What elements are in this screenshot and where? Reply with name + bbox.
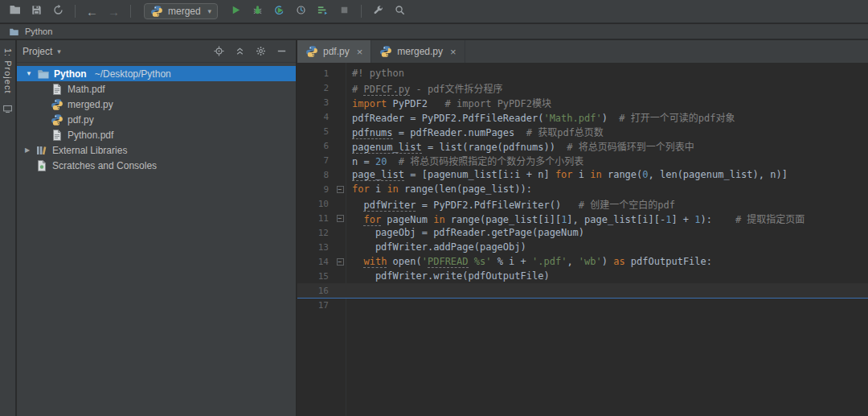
line-number[interactable]: 3 xyxy=(297,97,334,108)
run-button[interactable] xyxy=(226,2,246,21)
tree-item-math-pdf[interactable]: Math.pdf xyxy=(17,81,296,97)
left-tool-strip: 1: Project xyxy=(0,40,16,416)
code-text: for pageNum in range(page_list[i][1], pa… xyxy=(346,212,868,225)
settings-button[interactable] xyxy=(368,2,388,21)
code-line-7[interactable]: 7n = 20 # 将总页码按照指定的个数分为多个小列表 xyxy=(297,153,868,167)
line-number[interactable]: 6 xyxy=(297,141,334,151)
code-line-11[interactable]: 11− for pageNum in range(page_list[i][1]… xyxy=(297,211,868,225)
back-button[interactable]: ← xyxy=(82,2,102,21)
line-number[interactable]: 11 xyxy=(297,213,334,224)
hide-panel-button[interactable] xyxy=(272,43,290,60)
code-line-8[interactable]: 8page_list = [pagenum_list[i:i + n] for … xyxy=(297,167,868,182)
line-number[interactable]: 2 xyxy=(297,83,334,93)
code-line-16[interactable]: 16 xyxy=(297,283,868,298)
code-line-3[interactable]: 3import PyPDF2 # import PyPDF2模块 xyxy=(297,95,868,109)
tool-window-tab-project[interactable]: 1: Project xyxy=(3,48,13,93)
code-line-17[interactable]: 17 xyxy=(297,298,868,312)
py-file-icon xyxy=(51,113,63,126)
tool-window-icon[interactable] xyxy=(2,103,13,117)
code-text: import PyPDF2 # import PyPDF2模块 xyxy=(346,96,868,109)
code-line-13[interactable]: 13 pdfWriter.addPage(pageObj) xyxy=(297,240,868,254)
code-lines: 1#! python2# PDFCF.py - pdf文件拆分程序3import… xyxy=(297,66,868,312)
folder-icon xyxy=(7,25,20,38)
python-icon xyxy=(150,5,163,18)
pycharm-window: ← → merged ▾ Python 1: Project Project ▾ xyxy=(0,0,868,416)
folder-icon xyxy=(37,68,50,80)
search-button[interactable] xyxy=(390,2,410,21)
collapse-all-button[interactable] xyxy=(231,43,248,60)
tree-item-pdf-py[interactable]: pdf.py xyxy=(17,112,296,127)
line-number[interactable]: 5 xyxy=(297,126,334,137)
project-panel-title[interactable]: Project xyxy=(23,46,52,57)
forward-arrow-icon: → xyxy=(108,6,120,18)
code-line-2[interactable]: 2# PDFCF.py - pdf文件拆分程序 xyxy=(297,80,868,95)
code-line-14[interactable]: 14− with open('PDFREAD %s' % i + '.pdf',… xyxy=(297,254,868,269)
chevron-down-icon: ▾ xyxy=(57,47,61,56)
tab-label: merged.py xyxy=(397,46,443,57)
editor-tab-bar: pdf.py × merged.py × xyxy=(297,40,868,63)
gear-icon[interactable] xyxy=(252,43,269,60)
tree-item-merged-py[interactable]: merged.py xyxy=(17,97,296,112)
save-button[interactable] xyxy=(27,2,47,21)
line-number[interactable]: 12 xyxy=(297,228,334,238)
py-file-icon xyxy=(51,98,63,111)
chevron-expanded-icon[interactable]: ▼ xyxy=(25,70,33,77)
breadcrumb-item[interactable]: Python xyxy=(25,27,52,36)
tree-item-label: Python.pdf xyxy=(68,130,113,141)
code-line-4[interactable]: 4pdfReader = PyPDF2.PdfFileReader('Math.… xyxy=(297,109,868,124)
main-toolbar: ← → merged ▾ xyxy=(0,0,868,23)
fold-marker-icon[interactable]: − xyxy=(334,215,346,222)
profiler-button[interactable] xyxy=(291,2,311,21)
toolbar-separator xyxy=(75,5,76,18)
line-number[interactable]: 7 xyxy=(297,155,334,166)
line-number[interactable]: 8 xyxy=(297,170,334,180)
run-config-label: merged xyxy=(168,6,201,17)
close-tab-icon[interactable]: × xyxy=(450,47,457,57)
fold-marker-icon[interactable]: − xyxy=(334,186,346,193)
concurrency-button[interactable] xyxy=(313,2,333,21)
coverage-button[interactable] xyxy=(269,2,289,21)
open-button[interactable] xyxy=(5,2,25,21)
tree-item-external-libraries[interactable]: ▶External Libraries xyxy=(17,142,296,158)
locate-file-button[interactable] xyxy=(210,43,227,60)
code-line-5[interactable]: 5pdfnums = pdfReader.numPages # 获取pdf总页数 xyxy=(297,124,868,138)
tree-item-scratches-and-consoles[interactable]: Scratches and Consoles xyxy=(17,158,296,173)
line-number[interactable]: 15 xyxy=(297,271,334,282)
code-editor[interactable]: 1#! python2# PDFCF.py - pdf文件拆分程序3import… xyxy=(297,63,868,416)
close-tab-icon[interactable]: × xyxy=(357,47,363,57)
search-icon xyxy=(394,4,406,19)
code-line-10[interactable]: 10 pdfWriter = PyPDF2.PdfFileWriter() # … xyxy=(297,196,868,211)
run-config-select[interactable]: merged ▾ xyxy=(144,3,218,19)
tab-merged-py[interactable]: merged.py × xyxy=(371,40,465,63)
tree-item-python-root[interactable]: ▼ Python ~/Desktop/Python xyxy=(17,66,296,81)
line-number[interactable]: 10 xyxy=(297,199,334,209)
code-text: pdfnums = pdfReader.numPages # 获取pdf总页数 xyxy=(346,125,868,138)
pdf-file-icon xyxy=(51,129,63,142)
sync-button[interactable] xyxy=(48,2,68,21)
line-number[interactable]: 4 xyxy=(297,112,334,122)
line-number[interactable]: 17 xyxy=(297,300,334,311)
tree-item-python-pdf[interactable]: Python.pdf xyxy=(17,127,296,142)
python-file-icon xyxy=(305,45,318,58)
code-line-6[interactable]: 6pagenum_list = list(range(pdfnums)) # 将… xyxy=(297,138,868,153)
forward-button[interactable]: → xyxy=(104,2,124,21)
debug-button[interactable] xyxy=(248,2,268,21)
line-number[interactable]: 9 xyxy=(297,184,334,195)
code-line-9[interactable]: 9−for i in range(len(page_list)): xyxy=(297,182,868,196)
project-tree: ▼ Python ~/Desktop/Python Math.pdfmerged… xyxy=(17,63,296,173)
tab-pdf-py[interactable]: pdf.py × xyxy=(297,40,371,63)
fold-marker-icon[interactable]: − xyxy=(334,258,346,266)
toolbar-separator xyxy=(130,5,131,18)
chevron-collapsed-icon[interactable]: ▶ xyxy=(23,146,31,154)
code-line-12[interactable]: 12 pageObj = pdfReader.getPage(pageNum) xyxy=(297,225,868,240)
line-number[interactable]: 16 xyxy=(297,286,334,296)
line-number[interactable]: 13 xyxy=(297,242,334,253)
code-line-1[interactable]: 1#! python xyxy=(297,66,868,80)
stop-button[interactable] xyxy=(334,2,354,21)
code-text: for i in range(len(page_list)): xyxy=(346,183,868,195)
line-number[interactable]: 14 xyxy=(297,257,334,267)
code-line-15[interactable]: 15 pdfWriter.write(pdfOutputFile) xyxy=(297,269,868,283)
lib-icon xyxy=(35,144,48,157)
line-number[interactable]: 1 xyxy=(297,68,334,79)
tab-label: pdf.py xyxy=(323,46,350,57)
